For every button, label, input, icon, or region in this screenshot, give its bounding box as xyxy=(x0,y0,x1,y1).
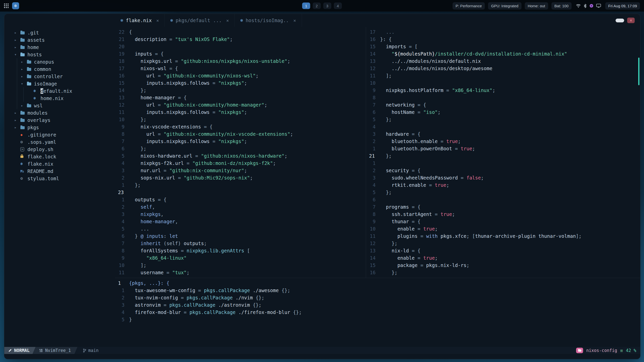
display-icon[interactable] xyxy=(596,4,601,8)
code-line[interactable]: 15 imports = [ xyxy=(366,43,640,50)
code-line[interactable]: 23 xyxy=(115,189,366,196)
code-line[interactable]: 8 forAllSystems = nixpkgs.lib.genAttrs [ xyxy=(115,247,366,254)
code-line[interactable]: 7 inherit (self) outputs; xyxy=(115,240,366,247)
code-line[interactable]: 15 inputs.nixpkgs.follows = "nixpkgs"; xyxy=(115,79,366,87)
code-line[interactable]: 11 inputs.nixpkgs.follows = "nixpkgs"; xyxy=(115,109,366,116)
code-line[interactable]: 3 hardware = { xyxy=(366,130,640,138)
tree-item-default-nix[interactable]: ❄default.nix xyxy=(14,87,115,95)
code-line[interactable]: 8 xyxy=(366,94,640,101)
chevron-right-icon[interactable]: ▸ xyxy=(21,60,27,64)
code-line[interactable]: 11 username = "tux"; xyxy=(115,269,366,276)
code-line[interactable]: 4 firefox-mod-blur = pkgs.callPackage ./… xyxy=(115,309,640,316)
chevron-down-icon[interactable]: ▾ xyxy=(21,81,27,86)
tree-item-canopus[interactable]: ▸canopus xyxy=(14,58,115,65)
app-launcher-icon[interactable] xyxy=(4,4,9,8)
tree-item-flake-lock[interactable]: flake.lock xyxy=(14,153,115,160)
code-line[interactable]: 2 security = { xyxy=(366,167,640,174)
code-line[interactable]: 11 ]; xyxy=(366,72,640,79)
code-line[interactable]: 1 tux-awesome-wm-config = pkgs.callPacka… xyxy=(115,287,640,294)
code-line[interactable]: 4 rtkit.enable = true; xyxy=(366,182,640,189)
record-icon[interactable] xyxy=(589,4,593,8)
tree-item-isoImage[interactable]: ▾isoImage xyxy=(14,80,115,87)
tab-close-icon[interactable]: × xyxy=(156,18,159,23)
tree-item-wsl[interactable]: ▸wsl xyxy=(14,102,115,109)
tree-item-deploy-sh[interactable]: >deploy.sh xyxy=(14,146,115,153)
code-line[interactable]: 8 url = "github:nix-community/nix-vscode… xyxy=(115,130,366,138)
wifi-icon[interactable] xyxy=(576,4,581,8)
workspace-1[interactable]: 1 xyxy=(302,3,310,9)
close-window-button[interactable]: × xyxy=(627,18,635,23)
code-line[interactable]: 14 }; xyxy=(115,87,366,94)
code-line[interactable]: 1 bluetooth.powerOnBoot = true; xyxy=(366,145,640,152)
code-line[interactable]: 7 networking = { xyxy=(366,101,640,109)
code-line[interactable]: 12 ../../modules/nixos/desktop/awesome xyxy=(366,65,640,72)
code-line[interactable]: 17 ... xyxy=(366,28,640,36)
code-line[interactable]: 16 }; xyxy=(366,269,640,276)
chevron-right-icon[interactable]: ▸ xyxy=(21,67,27,71)
code-line[interactable]: 6 hostName = "iso"; xyxy=(366,109,640,116)
code-line[interactable]: 10 xyxy=(366,79,640,87)
code-line[interactable]: 17 nixos-wsl = { xyxy=(115,65,366,72)
workspace-2[interactable]: 2 xyxy=(313,3,321,9)
code-line[interactable]: 5 }; xyxy=(366,189,640,196)
code-line[interactable]: 2 sops-nix.url = "github:Mic92/sops-nix"… xyxy=(115,174,366,182)
tree-item-common[interactable]: ▸common xyxy=(14,65,115,73)
tree-item-pkgs[interactable]: ▸pkgs xyxy=(14,124,115,131)
tree-item-stylua-toml[interactable]: ⚙stylua.toml xyxy=(14,175,115,182)
code-line[interactable]: 5 ... xyxy=(115,225,366,233)
code-line[interactable]: 9 nix-vscode-extensions = { xyxy=(115,123,366,130)
code-line[interactable]: 16 url = "github:nix-community/nixos-wsl… xyxy=(115,72,366,79)
workspace-3[interactable]: 3 xyxy=(323,3,331,9)
tree-item-overlays[interactable]: ▸overlays xyxy=(14,116,115,124)
tab-hosts-isoImag[interactable]: ❄hosts/isoImag..× xyxy=(235,14,302,27)
code-line[interactable]: 2 self, xyxy=(115,203,366,211)
code-line[interactable]: 2 bluetooth.enable = true; xyxy=(366,138,640,145)
tab-close-icon[interactable]: × xyxy=(293,18,296,23)
tree-item-hosts[interactable]: ▾hosts xyxy=(14,51,115,58)
chevron-right-icon[interactable]: ▸ xyxy=(14,118,20,122)
code-line[interactable]: 4 nixpkgs-f2k.url = "github:moni-dz/nixp… xyxy=(115,160,366,167)
chevron-right-icon[interactable]: ▸ xyxy=(14,125,20,130)
code-line[interactable]: 13 home-manager = { xyxy=(115,94,366,101)
code-line[interactable]: 1 }; xyxy=(115,182,366,189)
chevron-right-icon[interactable]: ▸ xyxy=(14,111,20,115)
code-line[interactable]: 21 }; xyxy=(366,152,640,160)
tree-item-git[interactable]: ▸.git xyxy=(14,29,115,36)
code-line[interactable]: 1 xyxy=(366,160,640,167)
code-line[interactable]: 10 ]; xyxy=(115,262,366,269)
code-line[interactable]: 1{pkgs, ...}: { xyxy=(115,280,640,287)
code-line[interactable]: 9 thunar = { xyxy=(366,218,640,225)
code-line[interactable]: 9 "x86_64-linux" xyxy=(115,254,366,262)
code-line[interactable]: 14 "${modulesPath}/installer/cd-dvd/inst… xyxy=(366,50,640,58)
nix-badge-icon[interactable]: ❄ xyxy=(12,2,19,9)
tree-item-assets[interactable]: ▸assets xyxy=(14,36,115,43)
code-line[interactable]: 6 }; xyxy=(115,145,366,152)
code-line[interactable]: 19 inputs = { xyxy=(115,50,366,58)
code-line[interactable]: 3 astronvim = pkgs.callPackage ./astronv… xyxy=(115,301,640,309)
code-line[interactable]: 7 inputs.nixpkgs.follows = "nixpkgs"; xyxy=(115,138,366,145)
chevron-right-icon[interactable]: ▸ xyxy=(14,38,20,42)
tree-item-README-md[interactable]: M↓README.md xyxy=(14,167,115,175)
code-line[interactable]: 12 }; xyxy=(366,240,640,247)
chevron-right-icon[interactable]: ▸ xyxy=(14,30,20,35)
code-line[interactable]: 1 outputs = { xyxy=(115,196,366,203)
code-line[interactable]: 6 xyxy=(366,196,640,203)
code-line[interactable]: 8 ssh.startAgent = true; xyxy=(366,211,640,218)
code-line[interactable]: 15 package = pkgs.nix-ld-rs; xyxy=(366,262,640,269)
code-line[interactable]: 21 description = "tux's NixOS Flake"; xyxy=(115,36,366,43)
code-line[interactable]: 4 home-manager, xyxy=(115,218,366,225)
code-line[interactable]: 11 plugins = with pkgs.xfce; [thunar-arc… xyxy=(366,233,640,240)
tree-item-home[interactable]: ▸home xyxy=(14,43,115,51)
code-line[interactable]: 3 nur.url = "github:nix-community/nur"; xyxy=(115,167,366,174)
code-line[interactable]: 4 xyxy=(366,123,640,130)
tab-pkgs-default[interactable]: ❄pkgs/default ...× xyxy=(165,14,235,27)
tree-item-flake-nix[interactable]: ❄flake.nix xyxy=(14,160,115,167)
code-line[interactable]: 18 nixpkgs.url = "github:nixos/nixpkgs/n… xyxy=(115,58,366,65)
tab-flake-nix[interactable]: ❄flake.nix× xyxy=(115,14,165,27)
scrollbar-thumb[interactable] xyxy=(638,58,639,85)
tree-item-modules[interactable]: ▸modules xyxy=(14,109,115,116)
code-line[interactable]: 10 }; xyxy=(115,116,366,123)
code-line[interactable]: 13 nix-ld = { xyxy=(366,247,640,254)
code-line[interactable]: 5} xyxy=(115,316,640,323)
code-line[interactable]: 3 nixpkgs, xyxy=(115,211,366,218)
